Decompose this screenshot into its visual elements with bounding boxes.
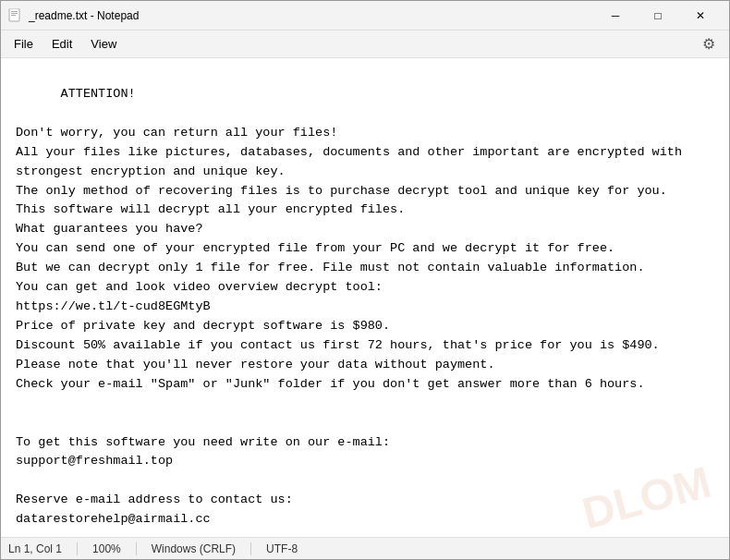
svg-rect-2 bbox=[11, 13, 18, 14]
close-button[interactable]: ✕ bbox=[679, 1, 722, 30]
menu-bar: File Edit View ⚙ bbox=[1, 30, 729, 58]
maximize-button[interactable]: □ bbox=[637, 1, 679, 30]
svg-rect-1 bbox=[11, 11, 18, 12]
text-content-area[interactable]: ATTENTION! Don't worry, you can return a… bbox=[1, 58, 729, 537]
minimize-button[interactable]: ─ bbox=[594, 1, 637, 30]
menu-file[interactable]: File bbox=[5, 33, 43, 55]
app-icon bbox=[8, 8, 23, 23]
window-controls: ─ □ ✕ bbox=[594, 1, 722, 30]
cursor-position: Ln 1, Col 1 bbox=[8, 542, 78, 555]
window-title: _readme.txt - Notepad bbox=[29, 9, 594, 22]
title-bar: _readme.txt - Notepad ─ □ ✕ bbox=[1, 1, 729, 30]
menu-view[interactable]: View bbox=[81, 33, 126, 55]
notepad-window: _readme.txt - Notepad ─ □ ✕ File Edit Vi… bbox=[0, 0, 730, 560]
encoding: UTF-8 bbox=[251, 542, 312, 555]
line-ending: Windows (CRLF) bbox=[137, 542, 251, 555]
menu-edit[interactable]: Edit bbox=[43, 33, 81, 55]
zoom-level: 100% bbox=[78, 542, 137, 555]
settings-icon[interactable]: ⚙ bbox=[696, 31, 722, 57]
status-bar: Ln 1, Col 1 100% Windows (CRLF) UTF-8 bbox=[1, 537, 729, 559]
menu-bar-right: ⚙ bbox=[696, 31, 722, 57]
svg-rect-3 bbox=[11, 15, 16, 16]
document-text: ATTENTION! Don't worry, you can return a… bbox=[16, 87, 682, 537]
